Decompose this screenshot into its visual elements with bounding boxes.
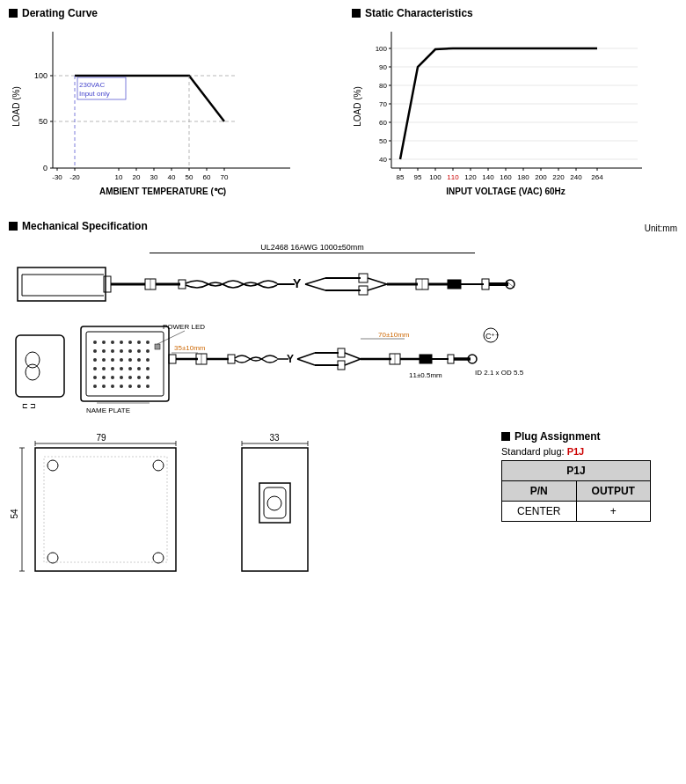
svg-point-134: [93, 358, 97, 362]
svg-point-157: [111, 385, 114, 388]
svg-point-153: [137, 376, 141, 379]
svg-text:110: 110: [447, 173, 459, 181]
svg-point-126: [146, 341, 150, 344]
svg-point-123: [120, 341, 123, 344]
plug-icon: [501, 432, 510, 441]
svg-rect-183: [338, 361, 345, 370]
svg-text:LOAD (%): LOAD (%): [353, 86, 362, 127]
svg-line-97: [305, 284, 325, 290]
front-dim-svg: 79 54: [9, 430, 193, 593]
svg-text:70: 70: [379, 100, 387, 108]
plug-section-title: Plug Assignment: [501, 430, 677, 443]
svg-point-133: [146, 349, 150, 353]
svg-line-166: [157, 331, 185, 344]
plug-subtitle: Standard plug: P1J: [501, 446, 677, 457]
unit-label: Unit:mm: [645, 223, 677, 233]
plug-col2-header: OUTPUT: [576, 481, 651, 502]
svg-text:60: 60: [203, 173, 211, 181]
derating-title-text: Derating Curve: [22, 7, 98, 19]
mech-header: Mechanical Specification Unit:mm: [9, 220, 677, 236]
svg-point-120: [93, 341, 97, 344]
mech-title-text: Mechanical Specification: [22, 220, 148, 232]
svg-point-212: [47, 553, 58, 563]
svg-point-132: [137, 349, 141, 353]
derating-icon: [9, 9, 18, 18]
svg-text:-20: -20: [69, 173, 80, 181]
svg-text:-30: -30: [52, 173, 62, 181]
svg-text:40: 40: [379, 156, 387, 164]
svg-point-222: [267, 496, 281, 510]
svg-text:Y: Y: [287, 353, 294, 365]
svg-rect-170: [169, 355, 176, 363]
svg-point-147: [146, 367, 150, 370]
plug-table-header: P1J: [502, 461, 651, 481]
svg-text:60: 60: [379, 119, 387, 127]
svg-point-127: [93, 349, 97, 353]
mech-icon: [9, 222, 18, 231]
svg-text:20: 20: [133, 173, 141, 181]
svg-rect-118: [81, 326, 169, 401]
svg-line-185: [345, 359, 361, 365]
svg-rect-214: [44, 457, 167, 562]
svg-text:95: 95: [414, 173, 422, 181]
svg-text:180: 180: [517, 173, 529, 181]
page: Derating Curve LOAD (%) 0 50 100: [0, 0, 686, 784]
svg-point-148: [93, 376, 97, 379]
svg-point-121: [102, 341, 106, 344]
svg-text:NAME PLATE: NAME PLATE: [86, 407, 130, 414]
svg-point-160: [137, 385, 141, 388]
svg-point-130: [120, 349, 123, 353]
svg-point-145: [128, 367, 132, 370]
plug-assignment: Plug Assignment Standard plug: P1J P1J P…: [501, 430, 677, 522]
svg-point-116: [26, 364, 40, 380]
svg-point-161: [146, 385, 150, 388]
svg-point-131: [128, 349, 132, 353]
derating-chart: LOAD (%) 0 50 100 -30 -20 10 20 30: [9, 23, 308, 208]
svg-point-141: [93, 367, 97, 370]
svg-point-136: [111, 358, 114, 362]
svg-text:240: 240: [570, 173, 582, 181]
svg-line-103: [368, 284, 387, 290]
svg-text:264: 264: [591, 173, 603, 181]
static-icon: [352, 9, 361, 18]
svg-point-210: [47, 460, 58, 471]
svg-point-115: [26, 352, 40, 368]
svg-text:100: 100: [376, 45, 388, 53]
plug-table: P1J P/N OUTPUT CENTER +: [501, 460, 651, 522]
svg-text:0: 0: [43, 164, 47, 172]
svg-rect-114: [16, 335, 64, 397]
svg-rect-108: [448, 280, 461, 289]
mech-title: Mechanical Specification: [9, 220, 148, 232]
svg-point-140: [146, 358, 150, 362]
svg-rect-175: [228, 355, 235, 363]
svg-text:79: 79: [96, 433, 106, 443]
svg-point-142: [102, 367, 106, 370]
svg-line-102: [368, 278, 387, 284]
svg-text:90: 90: [379, 63, 387, 71]
side-dimension: 33: [220, 430, 334, 595]
svg-text:40: 40: [168, 173, 176, 181]
side-svg: ⊏ ⊐ NAME PLATE: [9, 318, 677, 423]
svg-text:50: 50: [379, 137, 387, 145]
svg-text:50: 50: [39, 117, 47, 126]
plug-row-1: CENTER +: [502, 502, 651, 522]
svg-text:50: 50: [186, 173, 193, 181]
svg-text:33: 33: [269, 433, 280, 443]
svg-text:11±0.5mm: 11±0.5mm: [409, 371, 442, 379]
charts-row: Derating Curve LOAD (%) 0 50 100: [9, 7, 677, 209]
svg-line-184: [345, 353, 361, 359]
plug-title-text: Plug Assignment: [514, 430, 601, 443]
svg-point-125: [137, 341, 141, 344]
svg-rect-162: [155, 344, 160, 349]
svg-rect-181: [338, 348, 345, 357]
svg-text:70±10mm: 70±10mm: [378, 331, 410, 339]
static-title: Static Characteristics: [352, 7, 677, 19]
svg-rect-192: [420, 355, 432, 363]
svg-text:230VAC: 230VAC: [79, 81, 105, 89]
svg-point-155: [93, 385, 97, 388]
svg-point-129: [111, 349, 114, 353]
svg-rect-88: [104, 276, 111, 292]
svg-point-122: [111, 341, 114, 344]
svg-point-143: [111, 367, 114, 370]
svg-text:POWER LED: POWER LED: [163, 323, 205, 331]
